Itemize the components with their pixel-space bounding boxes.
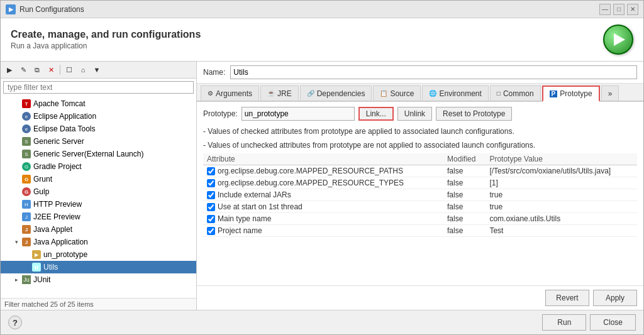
toolbar-delete-button[interactable]: ✕ bbox=[45, 63, 57, 76]
tab-source[interactable]: 📋 Source bbox=[373, 85, 421, 101]
attr-proto-value: true bbox=[486, 189, 637, 201]
tab-label: Prototype bbox=[560, 89, 592, 98]
prototype-input[interactable] bbox=[242, 107, 355, 121]
attr-modified: false bbox=[443, 177, 486, 189]
attr-name-cell: Include external JARs bbox=[203, 189, 443, 201]
attr-name-cell: Use at start on 1st thread bbox=[203, 201, 443, 213]
toolbar-new-button[interactable]: ▶ bbox=[3, 63, 16, 76]
attr-proto-value: com.oxiane.utils.Utils bbox=[486, 213, 637, 225]
filter-input[interactable] bbox=[3, 81, 194, 94]
source-icon: 📋 bbox=[380, 90, 387, 97]
apply-button[interactable]: Apply bbox=[593, 290, 637, 306]
list-item-utils[interactable]: U Utils bbox=[1, 261, 196, 273]
http-icon: H bbox=[21, 199, 31, 209]
list-item[interactable]: G Gradle Project bbox=[1, 160, 196, 173]
tab-label: Common bbox=[503, 89, 534, 98]
tab-overflow[interactable]: » bbox=[601, 85, 619, 101]
list-item[interactable]: G Grunt bbox=[1, 173, 196, 185]
run-button[interactable]: Run bbox=[542, 314, 586, 331]
item-label: Java Application bbox=[33, 238, 88, 246]
list-item[interactable]: e Eclipse Data Tools bbox=[1, 123, 196, 135]
list-item[interactable]: e Eclipse Application bbox=[1, 110, 196, 123]
list-item[interactable]: T Apache Tomcat bbox=[1, 97, 196, 110]
dependencies-icon: 🔗 bbox=[307, 90, 314, 97]
list-item[interactable]: G Gulp bbox=[1, 185, 196, 198]
attr-checkbox[interactable] bbox=[207, 191, 215, 199]
environment-icon: 🌐 bbox=[429, 90, 436, 97]
expand-arrow-icon[interactable] bbox=[13, 239, 19, 245]
table-row: Include external JARsfalsetrue bbox=[203, 189, 637, 201]
info-text-1: - Values of checked attributes from prot… bbox=[203, 126, 637, 137]
attr-checkbox[interactable] bbox=[207, 227, 215, 235]
tab-arguments[interactable]: ⚙ Arguments bbox=[201, 85, 259, 101]
close-button[interactable]: ✕ bbox=[627, 4, 638, 15]
tab-label: Environment bbox=[439, 89, 481, 98]
eclipse-icon: e bbox=[21, 111, 31, 121]
header-subtitle: Run a Java application bbox=[11, 41, 201, 50]
list-item[interactable]: ▶ un_prototype bbox=[1, 248, 196, 261]
toolbar-collapse-button[interactable]: ⌂ bbox=[77, 63, 89, 76]
tab-dependencies[interactable]: 🔗 Dependencies bbox=[300, 85, 372, 101]
run-triangle-icon bbox=[614, 33, 625, 46]
table-row: Use at start on 1st threadfalsetrue bbox=[203, 201, 637, 213]
common-icon: □ bbox=[497, 90, 501, 97]
prototype-p-icon: P bbox=[550, 91, 558, 97]
file-icon: ▶ bbox=[31, 250, 42, 260]
utils-label: Utils bbox=[43, 263, 58, 272]
name-input[interactable] bbox=[230, 65, 637, 79]
minimize-button[interactable]: — bbox=[599, 4, 611, 15]
tab-environment[interactable]: 🌐 Environment bbox=[422, 85, 488, 101]
item-label: Generic Server(External Launch) bbox=[33, 150, 143, 158]
attr-checkbox[interactable] bbox=[207, 179, 215, 187]
name-row: Name: bbox=[197, 62, 643, 84]
list-item[interactable]: J Java Applet bbox=[1, 223, 196, 236]
tab-prototype[interactable]: P Prototype bbox=[542, 85, 600, 102]
toolbar-copy-button[interactable]: ⧉ bbox=[31, 63, 43, 76]
expand-arrow-icon[interactable] bbox=[13, 277, 19, 283]
attr-modified: false bbox=[443, 165, 486, 177]
tab-overflow-label: » bbox=[608, 89, 613, 98]
attr-name-cell: org.eclipse.debug.core.MAPPED_RESOURCE_T… bbox=[203, 177, 443, 189]
list-item[interactable]: S Generic Server(External Launch) bbox=[1, 148, 196, 160]
app-icon: ▶ bbox=[6, 4, 16, 14]
attr-modified: false bbox=[443, 213, 486, 225]
list-item[interactable]: S Generic Server bbox=[1, 135, 196, 148]
attr-name-label: org.eclipse.debug.core.MAPPED_RESOURCE_T… bbox=[218, 178, 404, 187]
tab-jre[interactable]: ☕ JRE bbox=[260, 85, 299, 101]
right-panel: Name: ⚙ Arguments ☕ JRE 🔗 Dependencies bbox=[197, 62, 643, 310]
tab-common[interactable]: □ Common bbox=[490, 85, 541, 101]
reset-to-prototype-button[interactable]: Reset to Prototype bbox=[436, 107, 512, 121]
toolbar-menu-button[interactable]: ▼ bbox=[91, 63, 103, 76]
attr-checkbox[interactable] bbox=[207, 215, 215, 223]
help-button[interactable]: ? bbox=[8, 316, 22, 329]
j2ee-icon: J bbox=[21, 212, 31, 222]
link-button[interactable]: Link... bbox=[358, 107, 394, 121]
item-label: Eclipse Application bbox=[33, 112, 96, 121]
toolbar-separator bbox=[60, 65, 60, 75]
attr-checkbox[interactable] bbox=[207, 167, 215, 175]
run-icon[interactable] bbox=[603, 25, 633, 55]
attr-checkbox[interactable] bbox=[207, 203, 215, 211]
toolbar: ▶ ✎ ⧉ ✕ ☐ ⌂ ▼ bbox=[1, 62, 196, 79]
applet-icon: J bbox=[21, 224, 31, 234]
list-item[interactable]: Ju JUnit bbox=[1, 273, 196, 286]
unlink-button[interactable]: Unlink bbox=[397, 107, 432, 121]
maximize-button[interactable]: □ bbox=[613, 4, 625, 15]
item-label: Java Applet bbox=[33, 225, 72, 234]
tab-label: JRE bbox=[277, 89, 292, 98]
sidebar-item-java-application[interactable]: J Java Application bbox=[1, 236, 196, 248]
toolbar-edit-button[interactable]: ✎ bbox=[17, 63, 30, 76]
toolbar-filter-button[interactable]: ☐ bbox=[63, 63, 75, 76]
tomcat-icon: T bbox=[21, 99, 31, 109]
title-bar-left: ▶ Run Configurations bbox=[6, 4, 84, 14]
list-item[interactable]: J J2EE Preview bbox=[1, 211, 196, 223]
utils-icon: U bbox=[31, 262, 42, 272]
attr-name-label: Project name bbox=[218, 226, 262, 235]
list-item[interactable]: H HTTP Preview bbox=[1, 198, 196, 211]
item-label: JUnit bbox=[33, 275, 50, 284]
revert-button[interactable]: Revert bbox=[545, 290, 589, 306]
title-bar: ▶ Run Configurations — □ ✕ bbox=[1, 1, 643, 18]
col-modified: Modified bbox=[443, 153, 486, 165]
close-button[interactable]: Close bbox=[590, 314, 636, 331]
junit-icon: Ju bbox=[21, 275, 31, 285]
